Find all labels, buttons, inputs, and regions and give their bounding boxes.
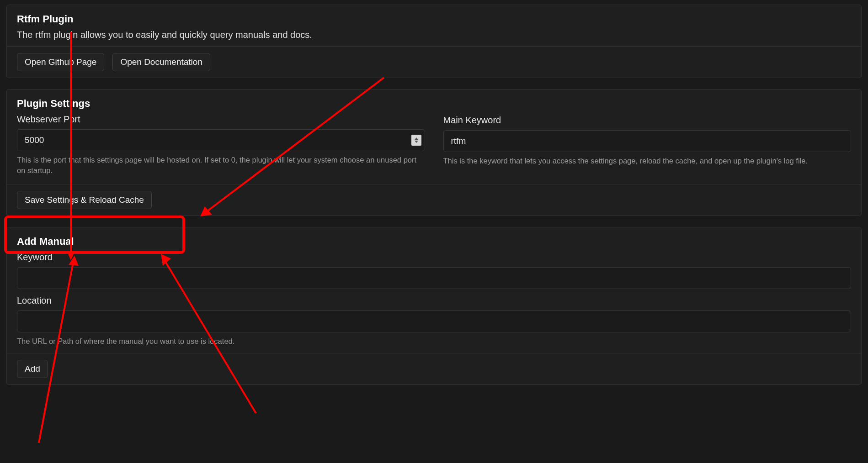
open-github-button[interactable]: Open Github Page bbox=[17, 53, 104, 71]
manual-keyword-input[interactable] bbox=[17, 267, 851, 289]
webserver-port-help: This is the port that this settings page… bbox=[17, 155, 425, 176]
main-keyword-label: Main Keyword bbox=[443, 115, 852, 126]
plugin-info-panel: Rtfm Plugin The rtfm plugin allows you t… bbox=[6, 5, 862, 78]
add-manual-title: Add Manual bbox=[17, 236, 851, 247]
settings-right-column: Main Keyword This is the keyword that le… bbox=[443, 98, 852, 176]
manual-location-help: The URL or Path of where the manual you … bbox=[17, 336, 851, 347]
manual-location-label: Location bbox=[17, 295, 851, 306]
add-manual-button[interactable]: Add bbox=[17, 360, 48, 378]
webserver-port-input[interactable] bbox=[17, 129, 425, 151]
plugin-settings-panel: Plugin Settings Webserver Port This is t… bbox=[6, 89, 862, 216]
plugin-title: Rtfm Plugin bbox=[17, 13, 851, 25]
open-documentation-button[interactable]: Open Documentation bbox=[112, 53, 210, 71]
manual-location-input[interactable] bbox=[17, 310, 851, 332]
number-spinner-icon[interactable] bbox=[411, 135, 421, 146]
main-keyword-help: This is the keyword that lets you access… bbox=[443, 156, 852, 166]
add-manual-panel: Add Manual Keyword Location The URL or P… bbox=[6, 227, 862, 385]
save-settings-button[interactable]: Save Settings & Reload Cache bbox=[17, 191, 152, 209]
plugin-description: The rtfm plugin allows you to easily and… bbox=[17, 28, 851, 42]
settings-title: Plugin Settings bbox=[17, 98, 425, 110]
webserver-port-label: Webserver Port bbox=[17, 114, 425, 125]
manual-keyword-label: Keyword bbox=[17, 252, 851, 263]
settings-left-column: Plugin Settings Webserver Port This is t… bbox=[17, 98, 425, 176]
main-keyword-input[interactable] bbox=[443, 130, 852, 152]
